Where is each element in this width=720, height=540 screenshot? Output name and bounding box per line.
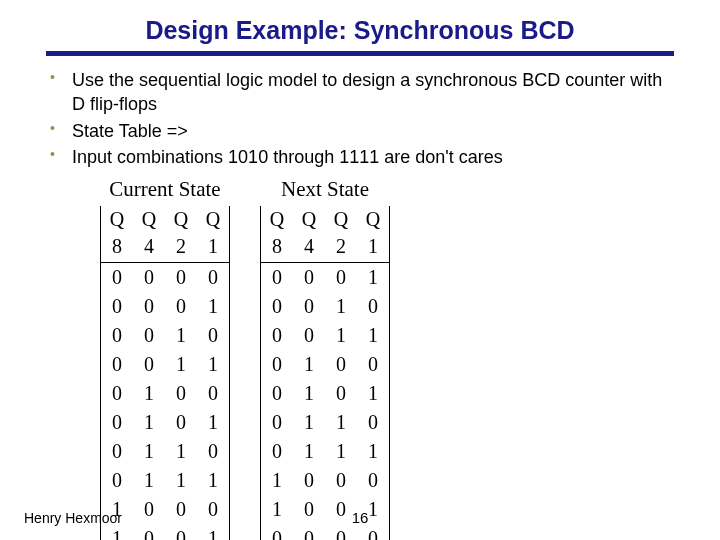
bullet-item: Use the sequential logic model to design…	[46, 68, 672, 117]
cell: 1	[293, 350, 325, 379]
cell: 1	[357, 437, 390, 466]
cell: 0	[197, 379, 230, 408]
cell: 0	[101, 466, 134, 495]
cell: 1	[165, 350, 197, 379]
bullet-item: Input combinations 1010 through 1111 are…	[46, 145, 672, 540]
cell: 1	[197, 524, 230, 540]
cell: 0	[293, 524, 325, 540]
cell: 0	[325, 524, 357, 540]
bullet-text: Input combinations 1010 through 1111 are…	[72, 147, 503, 167]
cell: 0	[261, 379, 294, 408]
bullet-item: State Table =>	[46, 119, 672, 143]
cell: 0	[133, 321, 165, 350]
table-row: 01000101	[101, 379, 390, 408]
cell: 1	[101, 524, 134, 540]
table-row: 01010110	[101, 408, 390, 437]
cell: 1	[133, 408, 165, 437]
title-divider	[46, 51, 674, 56]
cell: 1	[197, 408, 230, 437]
col-header: Q 2	[165, 206, 197, 263]
cell: 1	[293, 379, 325, 408]
cell: 0	[197, 437, 230, 466]
cell: 0	[357, 350, 390, 379]
cell: 0	[261, 321, 294, 350]
cell: 0	[133, 524, 165, 540]
cell: 0	[101, 437, 134, 466]
table-row: 00100011	[101, 321, 390, 350]
cell: 0	[133, 292, 165, 321]
col-header: Q 8	[101, 206, 134, 263]
cell: 0	[133, 350, 165, 379]
table-row: 10010000	[101, 524, 390, 540]
cell: 1	[165, 321, 197, 350]
cell: 0	[357, 466, 390, 495]
col-header: Q 4	[293, 206, 325, 263]
cell: 1	[261, 466, 294, 495]
cell: 1	[325, 321, 357, 350]
col-header: Q 2	[325, 206, 357, 263]
cell: 0	[133, 262, 165, 292]
table-row: 01111000	[101, 466, 390, 495]
col-header: Q 1	[357, 206, 390, 263]
col-header: Q 4	[133, 206, 165, 263]
cell: 0	[165, 408, 197, 437]
cell: 1	[165, 466, 197, 495]
cell: 0	[165, 379, 197, 408]
cell: 1	[293, 408, 325, 437]
header-current-state: Current State	[101, 175, 230, 205]
col-header: Q 8	[261, 206, 294, 263]
cell: 0	[197, 321, 230, 350]
header-next-state: Next State	[261, 175, 390, 205]
cell: 0	[293, 262, 325, 292]
table-row: 01100111	[101, 437, 390, 466]
cell: 0	[261, 524, 294, 540]
cell: 1	[133, 437, 165, 466]
footer-page-number: 16	[0, 509, 720, 526]
cell: 0	[261, 408, 294, 437]
cell: 1	[325, 437, 357, 466]
cell: 1	[357, 379, 390, 408]
cell: 0	[325, 379, 357, 408]
cell: 0	[325, 466, 357, 495]
cell: 0	[357, 408, 390, 437]
table-row: 00000001	[101, 262, 390, 292]
cell: 1	[165, 437, 197, 466]
cell: 0	[101, 408, 134, 437]
cell: 0	[325, 262, 357, 292]
cell: 1	[133, 379, 165, 408]
cell: 0	[165, 262, 197, 292]
cell: 0	[261, 262, 294, 292]
cell: 0	[165, 292, 197, 321]
cell: 0	[357, 524, 390, 540]
cell: 0	[325, 350, 357, 379]
cell: 0	[293, 321, 325, 350]
cell: 0	[261, 437, 294, 466]
cell: 0	[293, 466, 325, 495]
cell: 1	[325, 408, 357, 437]
cell: 0	[261, 292, 294, 321]
cell: 0	[101, 350, 134, 379]
bullet-list: Use the sequential logic model to design…	[40, 68, 680, 540]
cell: 1	[357, 321, 390, 350]
cell: 0	[101, 292, 134, 321]
table-row: 00110100	[101, 350, 390, 379]
cell: 1	[325, 292, 357, 321]
cell: 0	[197, 262, 230, 292]
cell: 1	[293, 437, 325, 466]
cell: 0	[101, 379, 134, 408]
cell: 0	[261, 350, 294, 379]
cell: 1	[197, 466, 230, 495]
cell: 1	[357, 262, 390, 292]
col-header: Q 1	[197, 206, 230, 263]
state-table: Current State Next State Q 8Q 4Q 2Q 1Q 8…	[100, 175, 390, 540]
cell: 1	[197, 350, 230, 379]
slide-title: Design Example: Synchronous BCD	[28, 16, 692, 45]
cell: 1	[197, 292, 230, 321]
table-row: 00010010	[101, 292, 390, 321]
cell: 0	[101, 262, 134, 292]
cell: 0	[293, 292, 325, 321]
cell: 0	[101, 321, 134, 350]
cell: 0	[357, 292, 390, 321]
cell: 0	[165, 524, 197, 540]
cell: 1	[133, 466, 165, 495]
